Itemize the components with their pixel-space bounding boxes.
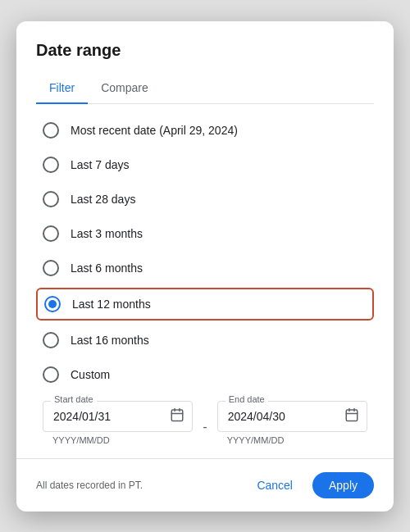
radio-last-6[interactable] (43, 260, 59, 276)
option-last-6[interactable]: Last 6 months (36, 252, 374, 284)
option-last-3[interactable]: Last 3 months (36, 217, 374, 250)
date-separator: - (203, 401, 207, 445)
start-date-hint: YYYY/MM/DD (43, 435, 193, 445)
dialog-title: Date range (36, 41, 374, 60)
option-custom-label: Custom (71, 368, 110, 381)
start-date-label: Start date (51, 394, 97, 404)
date-fields-row: Start date YYYY/MM/DD - E (36, 401, 374, 445)
option-last-28-label: Last 28 days (71, 193, 135, 206)
option-last-16[interactable]: Last 16 months (36, 324, 374, 357)
radio-custom[interactable] (43, 366, 59, 383)
radio-last-16[interactable] (43, 332, 59, 348)
date-range-dialog: Date range Filter Compare Most recent da… (16, 21, 394, 512)
option-last-16-label: Last 16 months (71, 334, 149, 347)
start-date-wrapper: Start date YYYY/MM/DD (43, 401, 193, 445)
date-range-options: Most recent date (April 29, 2024) Last 7… (36, 114, 374, 391)
option-last-12-label: Last 12 months (72, 298, 151, 311)
dialog-footer: All dates recorded in PT. Cancel Apply (16, 458, 394, 512)
tab-bar: Filter Compare (36, 73, 374, 104)
tab-filter[interactable]: Filter (36, 73, 88, 104)
footer-note: All dates recorded in PT. (36, 480, 143, 491)
end-date-calendar-icon[interactable] (344, 407, 359, 425)
svg-rect-4 (346, 410, 358, 421)
radio-last-28[interactable] (43, 191, 59, 207)
option-custom[interactable]: Custom (36, 358, 374, 391)
option-most-recent-label: Most recent date (April 29, 2024) (71, 124, 238, 137)
option-last-7[interactable]: Last 7 days (36, 148, 374, 181)
end-date-label: End date (226, 394, 268, 404)
radio-last-7[interactable] (43, 157, 59, 173)
dialog-body: Most recent date (April 29, 2024) Last 7… (16, 104, 394, 458)
end-date-wrapper: End date YYYY/MM/DD (217, 401, 367, 445)
footer-actions: Cancel Apply (244, 472, 374, 498)
option-last-3-label: Last 3 months (71, 227, 143, 240)
tab-compare[interactable]: Compare (88, 73, 162, 104)
svg-rect-0 (172, 410, 184, 421)
option-most-recent[interactable]: Most recent date (April 29, 2024) (36, 114, 374, 147)
end-date-hint: YYYY/MM/DD (217, 435, 367, 445)
option-last-12[interactable]: Last 12 months (36, 288, 374, 321)
dialog-header: Date range Filter Compare (16, 21, 394, 104)
option-last-28[interactable]: Last 28 days (36, 183, 374, 216)
cancel-button[interactable]: Cancel (244, 472, 306, 498)
option-last-7-label: Last 7 days (71, 158, 130, 171)
option-last-6-label: Last 6 months (71, 261, 143, 275)
radio-last-12[interactable] (44, 296, 61, 312)
start-date-calendar-icon[interactable] (170, 407, 184, 425)
apply-button[interactable]: Apply (312, 472, 374, 498)
radio-most-recent[interactable] (43, 122, 59, 139)
radio-last-3[interactable] (43, 225, 59, 242)
